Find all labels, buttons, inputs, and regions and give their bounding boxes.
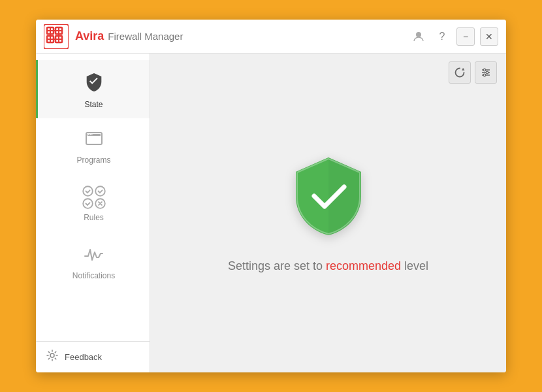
- feedback-label: Feedback: [65, 352, 102, 362]
- svg-rect-11: [88, 134, 101, 136]
- main-center-content: Settings are set to recommended level: [150, 54, 506, 372]
- account-button[interactable]: [409, 27, 428, 46]
- svg-point-24: [486, 71, 488, 74]
- app-name: Avira: [75, 29, 104, 43]
- notifications-icon: [84, 243, 104, 267]
- avira-logo-icon: [44, 24, 69, 49]
- feedback-button[interactable]: Feedback: [36, 341, 150, 372]
- status-shield-icon: [289, 154, 368, 241]
- configure-button[interactable]: [475, 61, 497, 84]
- sidebar-item-rules[interactable]: Rules: [36, 174, 150, 231]
- svg-point-25: [483, 74, 486, 76]
- sidebar-item-programs[interactable]: Programs: [36, 118, 150, 174]
- state-icon: [84, 72, 104, 96]
- svg-rect-12: [88, 134, 89, 135]
- window-controls: ? − ✕: [409, 27, 498, 46]
- main-toolbar: [449, 61, 497, 84]
- programs-label: Programs: [76, 155, 110, 165]
- sidebar-item-notifications[interactable]: Notifications: [36, 231, 150, 289]
- rules-icon: [82, 186, 106, 209]
- svg-point-23: [483, 69, 486, 71]
- svg-rect-14: [91, 134, 93, 135]
- main-window: Avira Firewall Manager ? − ✕: [36, 20, 506, 372]
- close-button[interactable]: ✕: [480, 27, 498, 46]
- title-bar: Avira Firewall Manager ? − ✕: [36, 20, 506, 54]
- svg-point-17: [83, 199, 93, 208]
- programs-icon: [85, 130, 103, 152]
- minimize-button[interactable]: −: [456, 27, 475, 46]
- window-body: State Programs: [36, 54, 506, 372]
- app-subtitle: Firewall Manager: [108, 31, 183, 42]
- state-label: State: [84, 100, 103, 109]
- main-content: Settings are set to recommended level: [150, 54, 506, 372]
- svg-rect-13: [89, 134, 91, 135]
- sidebar-item-state[interactable]: State: [36, 60, 150, 118]
- sidebar-nav: State Programs: [36, 54, 150, 341]
- svg-point-16: [95, 186, 105, 196]
- svg-point-15: [83, 186, 93, 196]
- gear-icon: [46, 350, 58, 365]
- sidebar: State Programs: [36, 54, 150, 372]
- refresh-button[interactable]: [449, 61, 471, 84]
- svg-point-9: [416, 32, 421, 37]
- help-button[interactable]: ?: [433, 27, 451, 46]
- status-message: Settings are set to recommended level: [228, 259, 428, 273]
- svg-point-19: [50, 353, 54, 357]
- rules-label: Rules: [84, 213, 104, 222]
- notifications-label: Notifications: [72, 271, 115, 280]
- status-highlight: recommended: [326, 259, 401, 272]
